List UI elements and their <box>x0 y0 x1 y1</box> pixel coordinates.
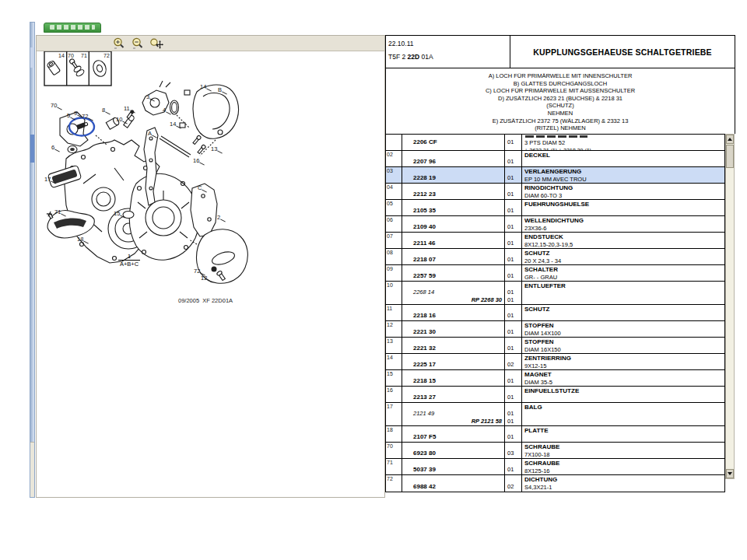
table-cell: MAGNETDIAM 35-5 <box>522 370 724 386</box>
part-number-label[interactable]: 11 <box>124 106 130 112</box>
part-number-label[interactable]: A <box>148 131 152 137</box>
part-number-label[interactable]: 72 <box>82 114 88 120</box>
table-cell: 5037 39 <box>402 459 505 474</box>
splitter-notch <box>30 47 34 68</box>
part-number-label[interactable]: 70 <box>51 103 57 109</box>
part-number-label[interactable]: C <box>198 185 202 191</box>
table-cell: 2218 16 <box>402 305 505 320</box>
table-cell: ENTLUEFTER <box>522 282 724 304</box>
table-cell: SCHRAUBE8X125-16 <box>522 459 724 474</box>
splitter-thumb[interactable] <box>30 135 34 163</box>
zoom-in-icon[interactable] <box>113 37 126 50</box>
table-row[interactable]: 052105 3501FUEHRUNGSHUELSE <box>386 200 724 216</box>
table-row[interactable]: 726988 4202DICHTUNGS4,3X21-1 <box>386 475 724 492</box>
part-number-label[interactable]: 6 <box>51 145 54 151</box>
table-row[interactable]: 082218 0701SCHUTZ20 X 24,3 - 34 <box>386 249 724 265</box>
table-cell: ENDSTUECK8X12,15-20,3-19,5 <box>522 233 724 248</box>
table-row[interactable]: 102268 14RP 2268 300101ENTLUEFTER <box>386 282 724 305</box>
table-cell: FUEHRUNGSHUELSE <box>522 200 724 215</box>
table-cell: 03 <box>505 443 522 458</box>
header-date: 22.10.11 <box>388 37 510 51</box>
thumbnail-number-label: 72 <box>103 53 110 58</box>
part-number-label[interactable]: 2 <box>217 215 220 221</box>
table-row[interactable]: 062109 4001WELLENDICHTUNG23X36-6 <box>386 216 724 233</box>
table-row[interactable]: 706923 8003SCHRAUBE7X100-18 <box>386 443 724 459</box>
table-cell: 04 <box>386 184 402 199</box>
zoom-out-icon[interactable] <box>132 37 145 50</box>
part-number-label[interactable]: 14 <box>200 84 206 90</box>
scrollbar-thumb[interactable] <box>726 145 734 168</box>
table-cell: SCHRAUBE7X100-18 <box>522 443 724 458</box>
table-row[interactable]: 172121 49RP 2121 580101BALG <box>386 403 724 426</box>
table-row[interactable]: 715037 3901SCHRAUBE8X125-16 <box>386 459 724 475</box>
table-cell: 2221 30 <box>402 321 505 337</box>
part-number-label[interactable]: 4 <box>163 107 166 114</box>
page-title: KUPPLUNGSGEHAEUSE SCHALTGETRIEBE <box>510 36 735 68</box>
part-number-label[interactable]: 10 <box>116 117 122 123</box>
scroll-down-button[interactable] <box>726 469 734 478</box>
table-row[interactable]: 092257 5901SCHALTERGR- - GRAU <box>386 265 724 282</box>
left-splitter[interactable] <box>30 22 35 498</box>
table-cell: 11 <box>386 305 402 320</box>
table-row[interactable]: 042212 2301RINGDICHTUNGDIAM 60-TO 3 <box>386 184 724 200</box>
table-cell: BALG <box>522 403 724 425</box>
table-row[interactable]: 112218 1601SCHUTZ <box>386 305 724 321</box>
table-cell: DECKEL <box>522 151 724 166</box>
table-cell: 01 <box>505 200 522 215</box>
green-tab-button[interactable] <box>44 23 101 33</box>
part-number-label[interactable]: 3 <box>146 94 149 100</box>
table-row[interactable]: 072211 4601ENDSTUECK8X12,15-20,3-19,5 <box>386 233 724 249</box>
table-row[interactable]: 122221 3001STOPFENDIAM 14X100 <box>386 321 724 338</box>
part-number-label[interactable]: 12 <box>201 275 207 282</box>
part-number-label[interactable]: 17 <box>44 177 51 183</box>
part-number-label[interactable]: 5 <box>67 113 70 119</box>
table-cell: 70 <box>386 443 402 458</box>
table-cell: 3 PTS DIAM 52+ 2623 21 (1) + 2218 29 (1) <box>522 135 724 150</box>
part-number-label[interactable]: 71 <box>54 209 61 215</box>
table-cell: SCHALTERGR- - GRAU <box>522 265 724 281</box>
table-row[interactable]: 142225 1702ZENTRIERRING9X12-15 <box>386 354 724 370</box>
part-number-label[interactable]: 15 <box>114 211 120 217</box>
part-number-label[interactable]: 8 <box>102 107 105 114</box>
note-line: (SCHUTZ) <box>386 102 735 110</box>
part-number-label[interactable]: 14 <box>170 121 176 128</box>
part-number-label[interactable]: B <box>218 87 222 93</box>
note-line: (RITZEL) NEHMEN <box>386 124 735 132</box>
table-cell: 2218 07 <box>402 249 505 264</box>
header-code-cell: 22.10.11 T5F 2 22D 01A <box>386 36 510 68</box>
part-number-label[interactable]: 18 <box>77 236 83 243</box>
part-number-label[interactable]: 16 <box>193 158 199 164</box>
note-line: E) ZUSÄTZLICH 2372 75 (WÄLZLAGER) & 2332… <box>386 117 735 125</box>
table-cell: SCHUTZ20 X 24,3 - 34 <box>522 249 724 264</box>
table-row[interactable]: 162213 2701EINFUELLSTUTZE <box>386 387 724 403</box>
table-row[interactable]: 2206 CF013 PTS DIAM 52+ 2623 21 (1) + 22… <box>386 135 724 151</box>
scroll-up-icon <box>728 138 732 141</box>
diagram-caption: 09/2005 XF 22D01A <box>178 297 233 304</box>
table-row[interactable]: 132221 3201STOPFENDIAM 16X150 <box>386 338 724 354</box>
table-cell: 18 <box>386 426 402 442</box>
table-cell: WELLENDICHTUNG23X36-6 <box>522 216 724 232</box>
table-cell: 0101 <box>505 403 522 425</box>
part-number-label[interactable]: 9 <box>74 110 77 117</box>
table-cell: 01 <box>505 321 522 337</box>
part-number-label[interactable]: 13 <box>211 146 217 152</box>
table-cell: 01 <box>505 216 522 232</box>
table-cell: 09 <box>386 265 402 281</box>
part-number-label[interactable]: 72 <box>194 268 200 275</box>
table-row[interactable]: 032228 1901VERLAENGERUNGEP 10 MM AVEC TR… <box>386 167 724 184</box>
table-cell: 14 <box>386 354 402 369</box>
table-cell: 15 <box>386 370 402 386</box>
table-cell: 01 <box>505 459 522 474</box>
diagram-overlay: 705972811103414B14A1316617C7118152721214… <box>37 36 386 499</box>
table-row[interactable]: 182107 F501PLATTE <box>386 426 724 443</box>
table-row[interactable]: 152218 1501MAGNETDIAM 35-5 <box>386 370 724 387</box>
parts-header: 22.10.11 T5F 2 22D 01A KUPPLUNGSGEHAEUSE… <box>385 35 735 68</box>
scroll-up-button[interactable] <box>726 135 734 144</box>
table-scrollbar[interactable] <box>725 134 735 479</box>
table-cell: 07 <box>386 233 402 248</box>
table-row[interactable]: 022207 9601DECKEL <box>386 151 724 167</box>
table-cell <box>386 135 402 150</box>
table-cell: RINGDICHTUNGDIAM 60-TO 3 <box>522 184 724 199</box>
pan-icon[interactable] <box>150 37 163 50</box>
fraction-top: 1 <box>118 253 140 261</box>
